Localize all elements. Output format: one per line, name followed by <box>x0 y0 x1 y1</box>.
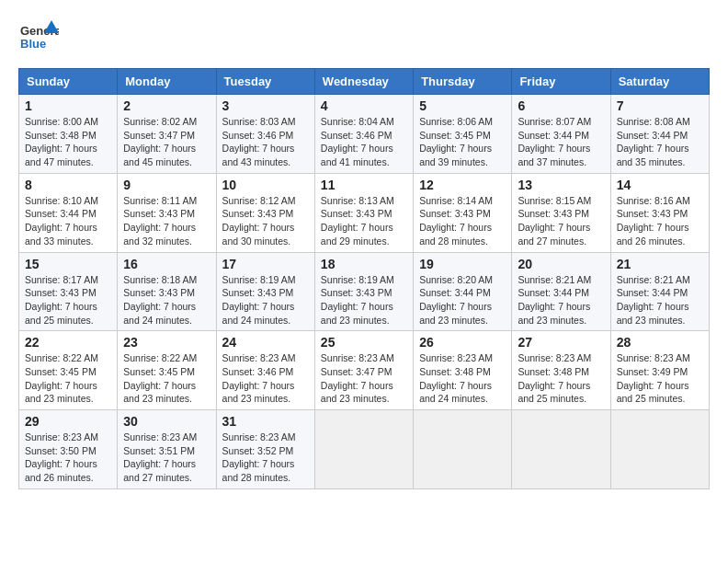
cell-info: Sunrise: 8:14 AMSunset: 3:43 PMDaylight:… <box>419 195 493 247</box>
calendar-cell: 19 Sunrise: 8:20 AMSunset: 3:44 PMDaylig… <box>414 252 512 331</box>
calendar-cell: 31 Sunrise: 8:23 AMSunset: 3:52 PMDaylig… <box>216 410 314 489</box>
cell-info: Sunrise: 8:23 AMSunset: 3:48 PMDaylight:… <box>518 352 591 404</box>
cell-info: Sunrise: 8:04 AMSunset: 3:46 PMDaylight:… <box>321 116 394 167</box>
calendar-cell: 15 Sunrise: 8:17 AMSunset: 3:43 PMDaylig… <box>19 252 118 331</box>
cell-info: Sunrise: 8:23 AMSunset: 3:49 PMDaylight:… <box>617 352 690 404</box>
day-number: 13 <box>518 178 604 192</box>
logo: General Blue <box>18 18 59 59</box>
day-number: 15 <box>25 257 111 271</box>
day-number: 12 <box>419 178 506 192</box>
week-row-1: 1 Sunrise: 8:00 AMSunset: 3:48 PMDayligh… <box>19 95 710 174</box>
cell-info: Sunrise: 8:02 AMSunset: 3:47 PMDaylight:… <box>123 116 197 167</box>
cell-info: Sunrise: 8:12 AMSunset: 3:43 PMDaylight:… <box>222 195 296 247</box>
calendar-cell: 17 Sunrise: 8:19 AMSunset: 3:43 PMDaylig… <box>216 252 314 331</box>
cell-info: Sunrise: 8:23 AMSunset: 3:46 PMDaylight:… <box>222 352 296 404</box>
calendar-cell: 5 Sunrise: 8:06 AMSunset: 3:45 PMDayligh… <box>414 95 512 174</box>
calendar-cell: 1 Sunrise: 8:00 AMSunset: 3:48 PMDayligh… <box>19 95 118 174</box>
cell-info: Sunrise: 8:19 AMSunset: 3:43 PMDaylight:… <box>222 274 296 326</box>
day-number: 20 <box>518 257 604 271</box>
cell-info: Sunrise: 8:21 AMSunset: 3:44 PMDaylight:… <box>518 274 591 326</box>
cell-info: Sunrise: 8:23 AMSunset: 3:50 PMDaylight:… <box>25 431 98 483</box>
cell-info: Sunrise: 8:13 AMSunset: 3:43 PMDaylight:… <box>321 195 394 247</box>
day-number: 2 <box>123 98 210 113</box>
cell-info: Sunrise: 8:07 AMSunset: 3:44 PMDaylight:… <box>518 116 591 167</box>
logo-graphic: General Blue <box>18 18 59 59</box>
week-row-3: 15 Sunrise: 8:17 AMSunset: 3:43 PMDaylig… <box>19 252 710 331</box>
day-number: 19 <box>419 257 506 271</box>
header-wednesday: Wednesday <box>314 69 413 95</box>
calendar-cell: 7 Sunrise: 8:08 AMSunset: 3:44 PMDayligh… <box>610 95 709 174</box>
calendar-cell <box>314 410 413 489</box>
week-row-4: 22 Sunrise: 8:22 AMSunset: 3:45 PMDaylig… <box>19 331 710 410</box>
cell-info: Sunrise: 8:19 AMSunset: 3:43 PMDaylight:… <box>321 274 394 326</box>
day-number: 17 <box>222 257 309 271</box>
header-tuesday: Tuesday <box>216 69 314 95</box>
day-number: 6 <box>518 98 604 113</box>
calendar-cell <box>414 410 512 489</box>
calendar-cell: 21 Sunrise: 8:21 AMSunset: 3:44 PMDaylig… <box>610 252 709 331</box>
calendar-cell: 16 Sunrise: 8:18 AMSunset: 3:43 PMDaylig… <box>118 252 216 331</box>
cell-info: Sunrise: 8:10 AMSunset: 3:44 PMDaylight:… <box>25 195 98 247</box>
day-number: 26 <box>419 335 506 350</box>
calendar-cell: 8 Sunrise: 8:10 AMSunset: 3:44 PMDayligh… <box>19 173 118 252</box>
cell-info: Sunrise: 8:16 AMSunset: 3:43 PMDaylight:… <box>617 195 690 247</box>
day-number: 31 <box>222 414 309 429</box>
day-number: 14 <box>617 178 703 192</box>
calendar-cell: 22 Sunrise: 8:22 AMSunset: 3:45 PMDaylig… <box>19 331 118 410</box>
cell-info: Sunrise: 8:20 AMSunset: 3:44 PMDaylight:… <box>419 274 493 326</box>
header-friday: Friday <box>512 69 610 95</box>
day-number: 16 <box>123 257 210 271</box>
calendar-cell: 23 Sunrise: 8:22 AMSunset: 3:45 PMDaylig… <box>118 331 216 410</box>
day-number: 10 <box>222 178 309 192</box>
cell-info: Sunrise: 8:08 AMSunset: 3:44 PMDaylight:… <box>617 116 690 167</box>
day-number: 24 <box>222 335 309 350</box>
cell-info: Sunrise: 8:23 AMSunset: 3:47 PMDaylight:… <box>321 352 394 404</box>
cell-info: Sunrise: 8:22 AMSunset: 3:45 PMDaylight:… <box>123 352 197 404</box>
calendar-cell: 25 Sunrise: 8:23 AMSunset: 3:47 PMDaylig… <box>314 331 413 410</box>
calendar-cell <box>610 410 709 489</box>
day-number: 28 <box>617 335 703 350</box>
day-number: 29 <box>25 414 111 429</box>
logo-svg: General Blue <box>18 18 59 59</box>
header-sunday: Sunday <box>19 69 118 95</box>
calendar-cell: 27 Sunrise: 8:23 AMSunset: 3:48 PMDaylig… <box>512 331 610 410</box>
cell-info: Sunrise: 8:18 AMSunset: 3:43 PMDaylight:… <box>123 274 197 326</box>
calendar-cell: 14 Sunrise: 8:16 AMSunset: 3:43 PMDaylig… <box>610 173 709 252</box>
day-number: 9 <box>123 178 210 192</box>
header-thursday: Thursday <box>414 69 512 95</box>
day-number: 3 <box>222 98 309 113</box>
cell-info: Sunrise: 8:06 AMSunset: 3:45 PMDaylight:… <box>419 116 493 167</box>
day-number: 21 <box>617 257 703 271</box>
calendar-header-row: SundayMondayTuesdayWednesdayThursdayFrid… <box>19 69 710 95</box>
day-number: 30 <box>123 414 210 429</box>
cell-info: Sunrise: 8:23 AMSunset: 3:51 PMDaylight:… <box>123 431 197 483</box>
cell-info: Sunrise: 8:00 AMSunset: 3:48 PMDaylight:… <box>25 116 98 167</box>
calendar-cell: 26 Sunrise: 8:23 AMSunset: 3:48 PMDaylig… <box>414 331 512 410</box>
calendar-cell: 9 Sunrise: 8:11 AMSunset: 3:43 PMDayligh… <box>118 173 216 252</box>
calendar-cell: 11 Sunrise: 8:13 AMSunset: 3:43 PMDaylig… <box>314 173 413 252</box>
cell-info: Sunrise: 8:15 AMSunset: 3:43 PMDaylight:… <box>518 195 591 247</box>
day-number: 8 <box>25 178 111 192</box>
day-number: 7 <box>617 98 703 113</box>
calendar-cell: 29 Sunrise: 8:23 AMSunset: 3:50 PMDaylig… <box>19 410 118 489</box>
calendar-cell: 28 Sunrise: 8:23 AMSunset: 3:49 PMDaylig… <box>610 331 709 410</box>
day-number: 18 <box>321 257 407 271</box>
cell-info: Sunrise: 8:03 AMSunset: 3:46 PMDaylight:… <box>222 116 296 167</box>
cell-info: Sunrise: 8:23 AMSunset: 3:52 PMDaylight:… <box>222 431 296 483</box>
calendar-cell: 13 Sunrise: 8:15 AMSunset: 3:43 PMDaylig… <box>512 173 610 252</box>
calendar-cell: 10 Sunrise: 8:12 AMSunset: 3:43 PMDaylig… <box>216 173 314 252</box>
cell-info: Sunrise: 8:17 AMSunset: 3:43 PMDaylight:… <box>25 274 98 326</box>
day-number: 22 <box>25 335 111 350</box>
header: General Blue <box>18 18 710 59</box>
calendar-cell: 24 Sunrise: 8:23 AMSunset: 3:46 PMDaylig… <box>216 331 314 410</box>
day-number: 11 <box>321 178 407 192</box>
cell-info: Sunrise: 8:22 AMSunset: 3:45 PMDaylight:… <box>25 352 98 404</box>
calendar-cell: 18 Sunrise: 8:19 AMSunset: 3:43 PMDaylig… <box>314 252 413 331</box>
day-number: 25 <box>321 335 407 350</box>
calendar-cell: 3 Sunrise: 8:03 AMSunset: 3:46 PMDayligh… <box>216 95 314 174</box>
header-saturday: Saturday <box>610 69 709 95</box>
svg-text:Blue: Blue <box>20 37 46 51</box>
calendar-cell: 20 Sunrise: 8:21 AMSunset: 3:44 PMDaylig… <box>512 252 610 331</box>
calendar-cell <box>512 410 610 489</box>
day-number: 27 <box>518 335 604 350</box>
